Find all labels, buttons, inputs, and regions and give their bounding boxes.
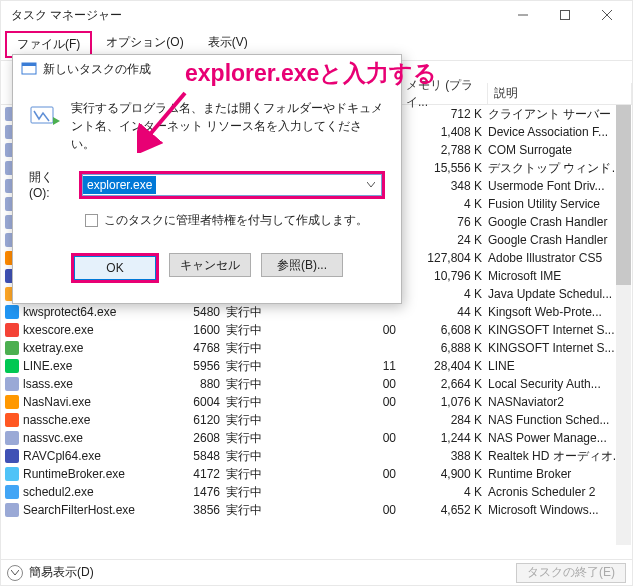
pid: 6004 (176, 395, 226, 409)
status: 実行中 (226, 448, 290, 465)
status: 実行中 (226, 412, 290, 429)
description: Realtek HD オーディオ... (488, 448, 632, 465)
close-button[interactable] (586, 1, 628, 29)
scrollbar-thumb[interactable] (616, 105, 631, 285)
process-icon (5, 377, 19, 391)
table-row[interactable]: nassvc.exe2608実行中001,244 KNAS Power Mana… (1, 429, 632, 447)
col-description[interactable]: 説明 (488, 83, 632, 104)
open-input-value[interactable]: explorer.exe (83, 176, 156, 194)
memory: 4,900 K (400, 467, 488, 481)
details-toggle-icon[interactable] (7, 565, 23, 581)
memory: 4 K (400, 197, 488, 211)
description: Adobe Illustrator CS5 (488, 251, 632, 265)
memory: 24 K (400, 233, 488, 247)
table-row[interactable]: schedul2.exe1476実行中4 KAcronis Scheduler … (1, 483, 632, 501)
cancel-button[interactable]: キャンセル (169, 253, 251, 277)
memory: 388 K (400, 449, 488, 463)
process-icon (5, 395, 19, 409)
simple-view-label[interactable]: 簡易表示(D) (29, 564, 94, 581)
description: Local Security Auth... (488, 377, 632, 391)
chevron-down-icon[interactable] (363, 177, 379, 193)
table-row[interactable]: lsass.exe880実行中002,664 KLocal Security A… (1, 375, 632, 393)
description: Device Association F... (488, 125, 632, 139)
minimize-button[interactable] (502, 1, 544, 29)
description: LINE (488, 359, 632, 373)
pid: 5848 (176, 449, 226, 463)
process-name: RAVCpl64.exe (23, 449, 101, 463)
description: Fusion Utility Service (488, 197, 632, 211)
status-bar: 簡易表示(D) タスクの終了(E) (1, 559, 632, 585)
pid: 4768 (176, 341, 226, 355)
memory: 127,804 K (400, 251, 488, 265)
status: 実行中 (226, 484, 290, 501)
memory: 348 K (400, 179, 488, 193)
titlebar: タスク マネージャー (1, 1, 632, 29)
admin-checkbox-label: このタスクに管理者特権を付与して作成します。 (104, 212, 368, 229)
run-icon (29, 99, 61, 131)
process-icon (5, 485, 19, 499)
description: KINGSOFT Internet S... (488, 323, 632, 337)
scrollbar[interactable] (616, 105, 631, 545)
pid: 1476 (176, 485, 226, 499)
process-name: NasNavi.exe (23, 395, 91, 409)
description: Acronis Scheduler 2 (488, 485, 632, 499)
table-row[interactable]: kxescore.exe1600実行中006,608 KKINGSOFT Int… (1, 321, 632, 339)
memory: 4,652 K (400, 503, 488, 517)
table-row[interactable]: SearchFilterHost.exe3856実行中004,652 KMicr… (1, 501, 632, 519)
process-name: nassvc.exe (23, 431, 83, 445)
end-task-button[interactable]: タスクの終了(E) (516, 563, 626, 583)
description: Google Crash Handler (488, 233, 632, 247)
svg-line-8 (141, 93, 185, 145)
table-row[interactable]: NasNavi.exe6004実行中001,076 KNASNaviator2 (1, 393, 632, 411)
process-icon (5, 341, 19, 355)
table-row[interactable]: RuntimeBroker.exe4172実行中004,900 KRuntime… (1, 465, 632, 483)
status: 実行中 (226, 358, 290, 375)
pid: 880 (176, 377, 226, 391)
memory: 76 K (400, 215, 488, 229)
table-row[interactable]: RAVCpl64.exe5848実行中388 KRealtek HD オーディオ… (1, 447, 632, 465)
browse-button[interactable]: 参照(B)... (261, 253, 343, 277)
status: 実行中 (226, 322, 290, 339)
cpu: 00 (370, 503, 400, 517)
description: COM Surrogate (488, 143, 632, 157)
description: Usermode Font Driv... (488, 179, 632, 193)
table-row[interactable]: nassche.exe6120実行中284 KNAS Function Sche… (1, 411, 632, 429)
description: Microsoft Windows... (488, 503, 632, 517)
process-icon (5, 467, 19, 481)
memory: 1,076 K (400, 395, 488, 409)
process-icon (5, 359, 19, 373)
window-buttons (502, 1, 628, 29)
table-row[interactable]: kwsprotect64.exe5480実行中44 KKingsoft Web-… (1, 303, 632, 321)
description: Google Crash Handler (488, 215, 632, 229)
maximize-button[interactable] (544, 1, 586, 29)
open-label: 開く(O): (29, 169, 71, 200)
user (290, 467, 370, 481)
process-name: schedul2.exe (23, 485, 94, 499)
memory: 44 K (400, 305, 488, 319)
memory: 6,608 K (400, 323, 488, 337)
dialog-title: 新しいタスクの作成 (43, 61, 151, 78)
svg-marker-7 (53, 117, 60, 125)
pid: 5956 (176, 359, 226, 373)
table-row[interactable]: kxetray.exe4768実行中6,888 KKINGSOFT Intern… (1, 339, 632, 357)
ok-button[interactable]: OK (74, 256, 156, 280)
dialog-note: 実行するプログラム名、または開くフォルダーやドキュメント名、インターネット リソ… (71, 99, 385, 153)
process-name: LINE.exe (23, 359, 72, 373)
process-icon (5, 413, 19, 427)
memory: 284 K (400, 413, 488, 427)
description: NAS Function Sched... (488, 413, 632, 427)
admin-checkbox[interactable] (85, 214, 98, 227)
description: NAS Power Manage... (488, 431, 632, 445)
process-icon (5, 323, 19, 337)
cpu: 00 (370, 323, 400, 337)
process-icon (5, 449, 19, 463)
table-row[interactable]: LINE.exe5956実行中1128,404 KLINE (1, 357, 632, 375)
annotation-text: explorer.exeと入力する (185, 58, 437, 89)
cpu: 11 (370, 359, 400, 373)
process-name: RuntimeBroker.exe (23, 467, 125, 481)
process-icon (5, 305, 19, 319)
open-combobox[interactable]: explorer.exe (82, 174, 382, 196)
pid: 6120 (176, 413, 226, 427)
status: 実行中 (226, 304, 290, 321)
memory: 712 K (400, 107, 488, 121)
